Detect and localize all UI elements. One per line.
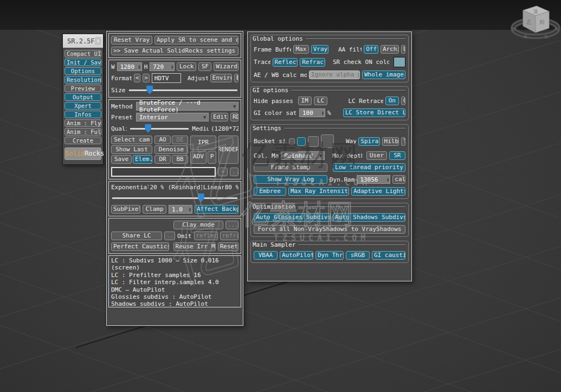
dr-button[interactable]: DR <box>154 155 171 164</box>
bucket-size-64-button[interactable] <box>321 134 334 148</box>
reset-button[interactable]: Reset <box>218 242 238 251</box>
ao-button[interactable]: AO <box>154 136 171 144</box>
ipr-button[interactable]: IPR <box>190 136 216 150</box>
gi-caustics-button[interactable]: GI caustics <box>372 251 405 260</box>
save-button[interactable]: Save <box>111 155 132 164</box>
lc-retrace-off-button[interactable]: Off <box>401 97 405 105</box>
ignore-alpha-button[interactable]: Ignore alpha pixel <box>309 70 360 79</box>
enviro-button[interactable]: Enviro <box>210 74 232 82</box>
height-spinner[interactable]: 720 ▲▼ <box>150 62 175 71</box>
browse-output-button[interactable]: .. <box>230 168 238 176</box>
output-button[interactable]: Output <box>65 93 101 101</box>
compact-ui-button[interactable]: Compact UI <box>65 50 101 57</box>
way-spiral-button[interactable]: Spiral <box>358 137 379 146</box>
spinner-arrows-icon[interactable]: ▲▼ <box>170 65 173 69</box>
window-titlebar[interactable]: SR.2.5F x <box>63 34 103 48</box>
show-vray-log-button[interactable]: Show Vray Log <box>254 175 327 184</box>
force-vrayshadows-button[interactable]: Force all Non-VrayShadows to VrayShadows <box>254 225 405 234</box>
trace-reflects-button[interactable]: Reflects <box>273 58 298 67</box>
backg-button[interactable]: BackG <box>234 74 238 82</box>
preview-button[interactable]: Preview <box>65 85 101 92</box>
perfect-caustics-button[interactable]: Perfect Caustics ! <box>111 242 169 251</box>
srgb-button[interactable]: sRGB <box>346 251 370 260</box>
preset-dropdown[interactable]: Interior ▼ <box>136 113 209 121</box>
way-hilb-button[interactable]: Hilb <box>382 137 399 146</box>
frame-buffer-vray-button[interactable]: Vray <box>311 45 328 54</box>
gi-color-sat-spinner[interactable]: 100 ▲▼ <box>299 108 325 117</box>
subpixel-button[interactable]: SubPixel <box>111 205 140 214</box>
lock-button[interactable]: Lock <box>177 62 196 71</box>
bucket-size-32-button[interactable] <box>308 136 319 147</box>
clay-mode-button[interactable]: Clay mode <box>173 221 223 229</box>
format-prev-button[interactable]: < <box>134 74 140 82</box>
clay-options-button[interactable]: ... <box>225 221 238 229</box>
omit-reflect-button[interactable]: reflect <box>194 232 218 240</box>
bucket-size-8-button[interactable] <box>289 138 295 145</box>
resolution-button[interactable]: Resolution <box>65 76 101 83</box>
max-ray-intensity-button[interactable]: Max Ray Intensity <box>288 187 349 196</box>
dyn-thr-button[interactable]: Dyn Thr <box>315 251 344 260</box>
render-log[interactable]: LC : Subdivs 1000 — Size 0.016 (screen) … <box>108 255 241 307</box>
affect-background-button[interactable]: Affect Backgrd <box>195 205 238 214</box>
spinner-arrows-icon[interactable]: ▲▼ <box>188 207 191 211</box>
lc-retrace-on-button[interactable]: On <box>385 97 399 105</box>
close-icon[interactable]: x <box>95 37 101 45</box>
trace-refracts-button[interactable]: Refracts <box>300 58 325 67</box>
spinner-arrows-icon[interactable]: ▲▼ <box>137 65 140 69</box>
preset-edit-button[interactable]: Edit <box>211 113 228 121</box>
apply-sr-button[interactable]: Apply SR to scene and close <box>154 36 238 44</box>
frame-buffer-max-button[interactable]: Max <box>293 45 309 54</box>
vbaa-button[interactable]: VBAA <box>254 251 278 260</box>
solidrocks-logo-button[interactable]: SolidRocks <box>65 147 101 160</box>
aa-filter-off-button[interactable]: Off <box>364 45 378 54</box>
bb-button[interactable]: BB <box>172 155 188 164</box>
aa-filter-user-button[interactable]: User <box>401 45 405 54</box>
infos-button[interactable]: Infos <box>65 111 101 118</box>
method-dropdown[interactable]: BruteForce / ···d BruteForce) ▼ <box>136 102 238 111</box>
anim-fly-button[interactable]: Anim : Fly <box>65 119 101 127</box>
spinner-arrows-icon[interactable]: ▲▼ <box>320 111 324 115</box>
wizard-button[interactable]: Wizard <box>214 62 238 71</box>
init-save-button[interactable]: Init / Save <box>65 59 101 66</box>
burn-slider[interactable] <box>111 193 238 203</box>
dyn-ram-spinner[interactable]: 13056 ▲▼ <box>357 175 390 184</box>
size-slider[interactable] <box>128 85 239 95</box>
viewcube[interactable]: 西 东 南 北 顶 左 前 <box>508 1 561 40</box>
clamp-spinner[interactable]: 1.0 ▲▼ <box>169 205 192 214</box>
reuse-irr-map-button[interactable]: Reuse Irr Maj <box>173 242 216 251</box>
hide-passes-lc-button[interactable]: LC <box>314 97 327 105</box>
aa-filter-archi-button[interactable]: Archi <box>381 45 399 54</box>
size-slider-handle[interactable] <box>146 86 153 94</box>
de-button[interactable]: DE <box>172 136 188 144</box>
save-default-button[interactable]: >> Save Actual SolidRocks settings as de <box>111 47 238 55</box>
quality-slider[interactable] <box>129 124 190 133</box>
hide-passes-im-button[interactable]: IM <box>298 97 312 105</box>
preset-rd-button[interactable]: RD <box>230 113 238 121</box>
width-spinner[interactable]: 1280 ▲▼ <box>117 62 142 71</box>
bucket-size-16-button[interactable] <box>297 137 306 146</box>
add-output-button[interactable]: + <box>218 168 228 176</box>
sf-button[interactable]: SF <box>198 62 211 71</box>
create-button[interactable]: Create <box>65 137 101 144</box>
options-button[interactable]: Options <box>65 67 101 75</box>
format-value-box[interactable]: HDTV <box>152 73 181 83</box>
adaptive-lights-button[interactable]: Adaptive Lights <box>351 187 405 196</box>
lc-store-direct-light-button[interactable]: LC Store Direct Light <box>343 108 405 117</box>
quality-slider-handle[interactable] <box>145 124 151 133</box>
burn-slider-handle[interactable] <box>198 194 204 202</box>
color-mapping-dropdown[interactable]: Reinhard ▼ <box>281 151 324 160</box>
spinner-arrows-icon[interactable]: ▲▼ <box>385 177 389 182</box>
format-next-button[interactable]: > <box>143 74 149 82</box>
share-lc-button[interactable]: Share LC <box>111 232 162 240</box>
auto-glossies-subdivs-button[interactable]: Auto Glossies Subdivs <box>254 213 331 222</box>
omit-refract-button[interactable]: refract <box>220 232 239 240</box>
render-button[interactable]: RENDER <box>218 136 238 164</box>
anim-full-button[interactable]: Anim : Full <box>65 128 101 136</box>
max-depth-sr-button[interactable]: SR <box>389 151 405 160</box>
denoise-button[interactable]: Denoise <box>154 145 188 154</box>
xpert-button[interactable]: Xpert <box>65 102 101 110</box>
show-last-button[interactable]: Show Last <box>111 145 152 154</box>
share-lc-options-button[interactable]: ... <box>164 232 175 240</box>
select-cam-button[interactable]: Select cam <box>111 136 152 144</box>
elements-button[interactable]: Elem. <box>133 155 152 164</box>
